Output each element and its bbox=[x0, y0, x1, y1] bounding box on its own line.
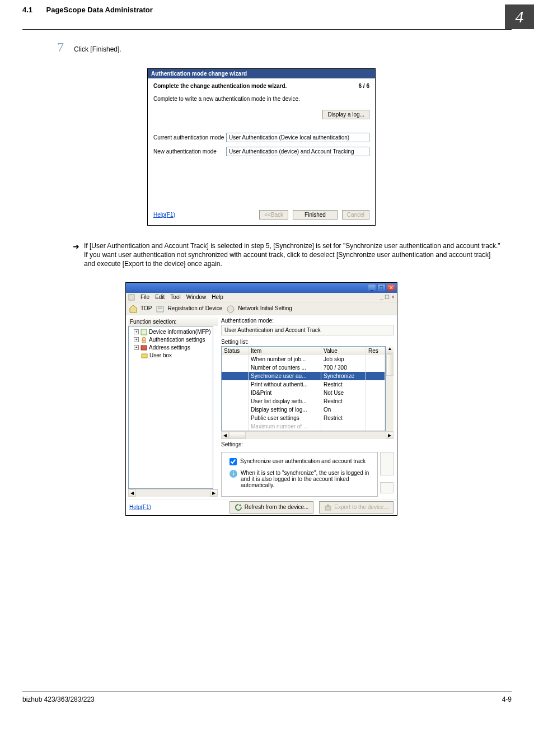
refresh-label: Refresh from the device... bbox=[245, 504, 309, 510]
grid-scroll-thumb[interactable] bbox=[229, 432, 246, 439]
new-mode-value: User Authentication (device) and Account… bbox=[226, 147, 369, 156]
info-icon: i bbox=[229, 470, 237, 478]
maximize-icon[interactable]: □ bbox=[377, 284, 386, 291]
help-link[interactable]: Help(F1) bbox=[153, 212, 175, 218]
svg-point-6 bbox=[142, 337, 146, 340]
toolbar-home-icon[interactable] bbox=[128, 304, 137, 313]
sync-checkbox[interactable] bbox=[229, 458, 237, 465]
expand-icon[interactable]: + bbox=[134, 329, 139, 334]
export-button[interactable]: Export to the device... bbox=[319, 501, 394, 514]
tree-item-auth-settings[interactable]: + Authentication settings bbox=[130, 336, 211, 344]
section-title: PageScope Data Administrator bbox=[46, 6, 153, 14]
col-res[interactable]: Res bbox=[366, 347, 385, 355]
export-icon bbox=[324, 503, 332, 511]
grid-vscrollbar[interactable]: ▲ bbox=[386, 346, 394, 431]
menu-help[interactable]: Help bbox=[212, 294, 223, 300]
tree-item-user-box[interactable]: User box bbox=[130, 352, 211, 360]
tree-item-device-info[interactable]: + Device information(MFP) bbox=[130, 328, 211, 336]
svg-rect-8 bbox=[141, 346, 147, 350]
display-log-button[interactable]: Display a log... bbox=[322, 110, 369, 119]
close-icon[interactable]: ✕ bbox=[387, 284, 395, 291]
tree-label: Device information(MFP) bbox=[149, 329, 211, 335]
menu-tool[interactable]: Tool bbox=[170, 294, 180, 300]
wizard-heading: Complete the change authentication mode … bbox=[153, 83, 287, 89]
finished-button[interactable]: Finished bbox=[293, 210, 338, 220]
scroll-thumb[interactable] bbox=[386, 354, 394, 376]
svg-marker-1 bbox=[130, 305, 137, 312]
mdi-controls[interactable]: _ ☐ × bbox=[380, 294, 395, 300]
toolbar: TOP Registration of Device Network Initi… bbox=[126, 302, 397, 315]
toolbar-network-icon[interactable] bbox=[226, 304, 235, 313]
note-text: If [User Authentication and Account Trac… bbox=[84, 241, 500, 269]
svg-point-4 bbox=[227, 306, 234, 312]
setting-list-label: Setting list: bbox=[221, 339, 394, 345]
auth-mode-value: User Authentication and Account Track bbox=[221, 325, 394, 335]
table-row[interactable]: Synchronize user au...Synchronize bbox=[222, 372, 385, 380]
settings-grid[interactable]: Status Item Value Res When number of job… bbox=[221, 346, 386, 431]
col-value[interactable]: Value bbox=[321, 347, 366, 355]
toolbar-register-icon[interactable] bbox=[155, 304, 164, 313]
tree-label: Authentication settings bbox=[149, 337, 205, 343]
sync-checkbox-label: Synchronize user authentication and acco… bbox=[240, 458, 366, 464]
svg-rect-7 bbox=[142, 340, 146, 343]
app-icon bbox=[128, 294, 135, 301]
tree-scroll-left-icon[interactable]: ◀ bbox=[128, 489, 136, 497]
toolbar-top[interactable]: TOP bbox=[140, 305, 152, 311]
table-row[interactable]: Print without authenti...Restrict bbox=[222, 380, 385, 389]
auth-mode-label: Authentication mode: bbox=[221, 318, 394, 324]
table-row[interactable]: Display setting of log...On bbox=[222, 405, 385, 414]
table-row[interactable]: ID&PrintNot Use bbox=[222, 389, 385, 397]
grid-scroll-right-icon[interactable]: ▶ bbox=[386, 432, 394, 439]
table-row[interactable]: Number of counters ...700 / 300 bbox=[222, 363, 385, 372]
back-button[interactable]: <<Back bbox=[259, 210, 288, 220]
table-row[interactable]: Maximum number of ... bbox=[222, 422, 385, 431]
function-tree[interactable]: + Device information(MFP) + Authenticati… bbox=[128, 326, 213, 489]
toolbar-register-device[interactable]: Registration of Device bbox=[167, 305, 222, 311]
table-row[interactable]: Public user settingsRestrict bbox=[222, 414, 385, 422]
refresh-icon bbox=[235, 503, 242, 511]
footer-page: 4-9 bbox=[502, 696, 512, 703]
svg-rect-5 bbox=[141, 329, 147, 335]
wizard-subheading: Complete to write a new authentication m… bbox=[153, 96, 369, 102]
address-settings-icon bbox=[140, 344, 147, 351]
window-titlebar: _ □ ✕ bbox=[126, 283, 397, 293]
step-text: Click [Finished]. bbox=[74, 40, 121, 53]
expand-icon[interactable]: + bbox=[134, 345, 139, 350]
minimize-icon[interactable]: _ bbox=[368, 284, 376, 291]
svg-rect-11 bbox=[325, 506, 331, 510]
col-status[interactable]: Status bbox=[222, 347, 249, 355]
menu-file[interactable]: File bbox=[140, 294, 149, 300]
step-number: 7 bbox=[45, 40, 64, 55]
tree-item-address-settings[interactable]: + Address settings bbox=[130, 344, 211, 352]
refresh-button[interactable]: Refresh from the device... bbox=[229, 501, 314, 514]
wizard-titlebar: Authentication mode change wizard bbox=[148, 69, 375, 78]
section-number: 4.1 bbox=[22, 6, 32, 14]
side-scroll-down-icon[interactable] bbox=[380, 482, 394, 493]
side-scroll-up-icon[interactable] bbox=[380, 452, 394, 475]
col-item[interactable]: Item bbox=[249, 347, 321, 355]
tree-label: User box bbox=[149, 352, 172, 358]
footer-model: bizhub 423/363/283/223 bbox=[22, 696, 95, 703]
settings-panel: Synchronize user authentication and acco… bbox=[221, 452, 378, 497]
tree-label: Address settings bbox=[149, 344, 190, 351]
table-row[interactable]: When number of job...Job skip bbox=[222, 355, 385, 363]
grid-scroll-left-icon[interactable]: ◀ bbox=[221, 432, 229, 439]
svg-marker-12 bbox=[326, 504, 330, 506]
menu-edit[interactable]: Edit bbox=[155, 294, 165, 300]
auth-settings-icon bbox=[140, 337, 147, 343]
export-label: Export to the device... bbox=[334, 504, 388, 510]
wizard-dialog: Authentication mode change wizard Comple… bbox=[147, 68, 376, 226]
new-mode-label: New authentication mode bbox=[153, 148, 226, 155]
expand-icon[interactable]: + bbox=[134, 337, 139, 342]
table-row[interactable]: User list display setti...Restrict bbox=[222, 397, 385, 405]
wizard-page-indicator: 6 / 6 bbox=[359, 83, 369, 89]
tree-scroll-right-icon[interactable]: ▶ bbox=[210, 489, 218, 497]
toolbar-network-setting[interactable]: Network Initial Setting bbox=[238, 305, 292, 311]
menu-window[interactable]: Window bbox=[186, 294, 207, 300]
menubar: File Edit Tool Window Help _ ☐ × bbox=[126, 293, 397, 302]
tree-header: Function selection: bbox=[128, 318, 218, 326]
arrow-bullet-icon: ➜ bbox=[73, 241, 79, 269]
cancel-button[interactable]: Cancel bbox=[342, 210, 369, 220]
help-link-2[interactable]: Help(F1) bbox=[129, 504, 151, 510]
scroll-up-icon[interactable]: ▲ bbox=[386, 346, 394, 354]
